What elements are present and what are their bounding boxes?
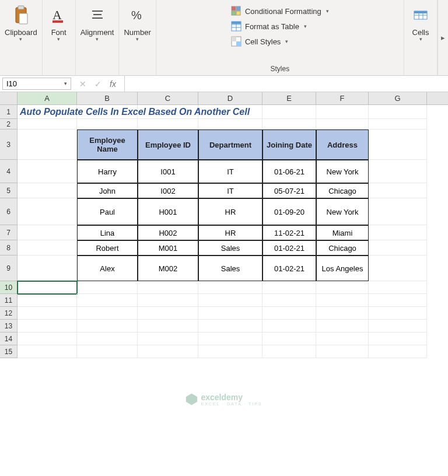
row-header-14[interactable]: 14 (0, 332, 18, 345)
cell[interactable]: Employee ID (138, 130, 198, 160)
cell[interactable] (369, 183, 427, 198)
cell[interactable] (262, 281, 316, 294)
cell[interactable] (316, 294, 369, 307)
cell[interactable] (198, 320, 262, 332)
col-header-D[interactable]: D (198, 92, 262, 104)
row-header-13[interactable]: 13 (0, 320, 18, 332)
cell[interactable] (18, 294, 77, 307)
cell[interactable] (198, 119, 262, 130)
cell[interactable]: New York (316, 160, 369, 183)
name-box-input[interactable] (6, 79, 53, 88)
cell[interactable]: 05-07-21 (262, 183, 316, 198)
cell[interactable] (198, 281, 262, 294)
row-header-4[interactable]: 4 (0, 160, 18, 183)
fx-icon[interactable]: fx (110, 79, 116, 89)
cell[interactable]: IT (198, 160, 262, 183)
cell[interactable] (198, 294, 262, 307)
cell[interactable] (18, 198, 77, 225)
cell[interactable] (369, 240, 427, 256)
cell[interactable] (369, 345, 427, 358)
cell[interactable] (262, 119, 316, 130)
enter-icon[interactable]: ✓ (94, 79, 102, 89)
cell[interactable] (198, 345, 262, 358)
cell[interactable] (77, 320, 138, 332)
cancel-icon[interactable]: ✕ (79, 79, 86, 89)
cell[interactable] (262, 320, 316, 332)
cell[interactable]: Auto Populate Cells In Excel Based On An… (18, 105, 77, 119)
formula-input[interactable] (124, 76, 448, 92)
cell[interactable] (77, 332, 138, 345)
cell[interactable]: New York (316, 198, 369, 225)
cell[interactable] (18, 240, 77, 256)
cell[interactable] (198, 307, 262, 320)
format-as-table-button[interactable]: Format as Table▾ (231, 20, 329, 33)
cell[interactable]: 01-09-20 (262, 198, 316, 225)
cell[interactable] (316, 119, 369, 130)
cell[interactable]: Robert (77, 240, 138, 256)
cell[interactable]: Chicago (316, 183, 369, 198)
cell[interactable]: H002 (138, 225, 198, 240)
cell[interactable] (316, 105, 369, 119)
cell[interactable]: M001 (138, 240, 198, 256)
col-header-G[interactable]: G (369, 92, 427, 104)
cell[interactable]: Miami (316, 225, 369, 240)
cell[interactable]: 01-02-21 (262, 256, 316, 281)
cell[interactable] (18, 345, 77, 358)
row-header-12[interactable]: 12 (0, 307, 18, 320)
cell[interactable]: Address (316, 130, 369, 160)
row-header-5[interactable]: 5 (0, 183, 18, 198)
col-header-C[interactable]: C (138, 92, 198, 104)
cell[interactable] (369, 130, 427, 160)
cell[interactable]: HR (198, 225, 262, 240)
cell[interactable] (369, 160, 427, 183)
cell[interactable]: Lina (77, 225, 138, 240)
font-button[interactable]: A Font ▾ (47, 4, 71, 42)
cell[interactable] (369, 198, 427, 225)
cell[interactable] (18, 320, 77, 332)
cell[interactable]: 11-02-21 (262, 225, 316, 240)
cell[interactable] (138, 345, 198, 358)
cell[interactable] (369, 332, 427, 345)
cell[interactable] (262, 332, 316, 345)
row-header-8[interactable]: 8 (0, 240, 18, 256)
cell[interactable]: I001 (138, 160, 198, 183)
cell[interactable] (369, 307, 427, 320)
cell[interactable] (316, 281, 369, 294)
row-header-1[interactable]: 1 (0, 105, 18, 119)
ribbon-overflow-button[interactable]: ▸ (438, 0, 448, 75)
cell[interactable] (18, 160, 77, 183)
name-box[interactable]: ▾ (2, 78, 71, 90)
cell[interactable] (316, 345, 369, 358)
cell[interactable] (369, 225, 427, 240)
cell[interactable] (18, 332, 77, 345)
row-header-2[interactable]: 2 (0, 119, 18, 130)
cell[interactable]: Joining Date (262, 130, 316, 160)
alignment-button[interactable]: Alignment ▾ (80, 4, 114, 42)
number-button[interactable]: % Number ▾ (124, 4, 150, 42)
cell[interactable] (198, 332, 262, 345)
cell[interactable] (262, 105, 316, 119)
cell[interactable] (18, 307, 77, 320)
cell[interactable] (18, 183, 77, 198)
cell[interactable] (18, 281, 77, 294)
cell[interactable] (262, 345, 316, 358)
cell[interactable] (77, 345, 138, 358)
cell[interactable] (18, 119, 77, 130)
row-header-9[interactable]: 9 (0, 256, 18, 281)
cell[interactable] (316, 307, 369, 320)
cell[interactable] (316, 320, 369, 332)
cell[interactable] (138, 281, 198, 294)
row-header-3[interactable]: 3 (0, 130, 18, 160)
cell-styles-button[interactable]: Cell Styles▾ (231, 35, 329, 48)
row-header-15[interactable]: 15 (0, 345, 18, 358)
cell[interactable] (369, 105, 427, 119)
row-header-11[interactable]: 11 (0, 294, 18, 307)
cell[interactable]: John (77, 183, 138, 198)
row-header-6[interactable]: 6 (0, 198, 18, 225)
cell[interactable] (316, 332, 369, 345)
cell[interactable] (77, 307, 138, 320)
cell[interactable] (369, 294, 427, 307)
col-header-B[interactable]: B (77, 92, 138, 104)
cell[interactable] (138, 332, 198, 345)
row-header-7[interactable]: 7 (0, 225, 18, 240)
